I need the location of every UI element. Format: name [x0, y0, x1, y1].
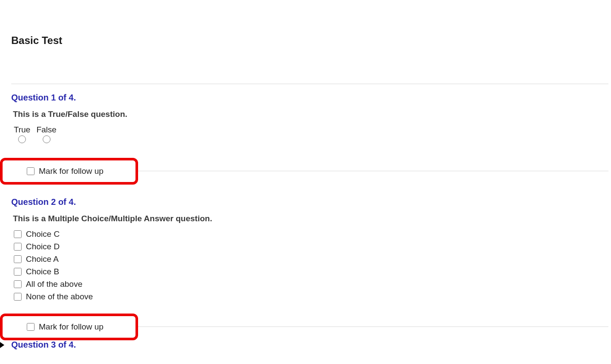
choice-row: Choice D [14, 242, 611, 251]
mark-followup-label-2: Mark for follow up [39, 322, 104, 332]
question-1-heading: Question 1 of 4. [11, 93, 611, 103]
choice-label: Choice A [26, 254, 59, 264]
true-option: True [14, 125, 30, 143]
true-radio[interactable] [18, 135, 26, 143]
choice-checkbox[interactable] [14, 268, 22, 276]
choice-label: Choice C [26, 229, 60, 239]
choice-row: Choice C [14, 229, 611, 239]
question-3: Question 3 of 4. [0, 340, 611, 350]
choices-list: Choice C Choice D Choice A Choice B All … [14, 229, 611, 301]
question-2: Question 2 of 4. This is a Multiple Choi… [0, 188, 611, 340]
choice-checkbox[interactable] [14, 280, 22, 288]
choice-row: None of the above [14, 292, 611, 301]
choice-checkbox[interactable] [14, 255, 22, 263]
choice-row: All of the above [14, 279, 611, 289]
question-1: Question 1 of 4. This is a True/False qu… [0, 84, 611, 185]
question-1-prompt: This is a True/False question. [13, 110, 611, 119]
question-2-heading: Question 2 of 4. [11, 197, 611, 207]
choice-checkbox[interactable] [14, 230, 22, 238]
choice-label: Choice B [26, 267, 59, 276]
choice-row: Choice A [14, 254, 611, 264]
question-2-prompt: This is a Multiple Choice/Multiple Answe… [13, 214, 611, 223]
mark-followup-label-1: Mark for follow up [39, 166, 104, 176]
false-option: False [36, 125, 56, 143]
question-3-heading: Question 3 of 4. [11, 340, 611, 350]
false-radio[interactable] [43, 135, 50, 143]
true-false-options: True False [14, 125, 611, 143]
followup-highlight-2: Mark for follow up [0, 314, 138, 340]
choice-label: Choice D [26, 242, 60, 251]
caret-right-icon [0, 342, 4, 348]
mark-followup-checkbox-2[interactable] [27, 323, 35, 331]
mark-followup-checkbox-1[interactable] [27, 167, 35, 175]
true-label: True [14, 125, 30, 135]
followup-highlight-1: Mark for follow up [0, 158, 138, 185]
choice-label: All of the above [26, 279, 82, 289]
choice-checkbox[interactable] [14, 243, 22, 251]
choice-row: Choice B [14, 267, 611, 276]
choice-label: None of the above [26, 292, 93, 301]
page-title: Basic Test [0, 0, 611, 47]
false-label: False [36, 125, 56, 135]
choice-checkbox[interactable] [14, 293, 22, 301]
